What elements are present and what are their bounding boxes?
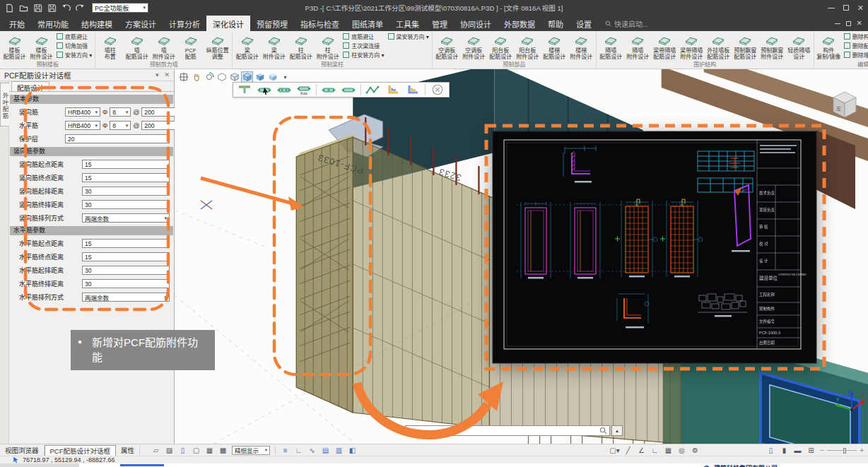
doc-minimize-button[interactable] [835,23,840,24]
flag-icon[interactable]: ◧ [346,445,358,455]
pan-icon[interactable] [190,71,202,83]
param-input[interactable] [82,187,170,196]
close-toolbar-icon[interactable] [428,83,447,96]
menu-tab[interactable]: 设置 [570,16,598,31]
ribbon-small-button[interactable]: 删除构件 [844,32,868,40]
single-view-icon[interactable]: ▮ [778,445,790,455]
ribbon-button[interactable]: 空调板附件设计 [461,32,487,61]
panel-close-icon[interactable]: ✕ [164,71,170,78]
zoom-extents-icon[interactable] [177,71,189,83]
ribbon-button[interactable]: 楼梯配筋设计 [541,32,568,61]
corner-rebar-icon[interactable] [384,83,402,96]
ribbon-button[interactable]: 隔墙附件设计 [625,32,651,61]
texture-view-icon[interactable]: ▩ [217,445,229,455]
ribbon-button[interactable]: 轻质隔墙设计 [786,32,812,61]
diameter-select[interactable]: 8▾ [110,107,131,117]
annotate-icon[interactable]: ∿ [306,445,318,455]
wireframe-view-icon[interactable]: ▱ [150,445,162,455]
hidden-line-cube-icon[interactable] [228,71,240,83]
grade-select[interactable]: HRB400▾ [65,107,100,117]
rebar-end-tool-icon[interactable] [339,83,358,96]
ribbon-button[interactable]: 隔墙配筋设计 [598,32,624,61]
quick-launch[interactable]: 快速启动... [598,16,648,31]
view-cube[interactable]: 左 [831,90,859,120]
ribbon-button[interactable]: 楼板配筋设计 [1,32,28,61]
ribbon-button[interactable]: 预制飘窗附件设计 [759,32,785,61]
zoom-out-icon[interactable]: − [820,447,824,454]
undo-icon[interactable] [61,3,71,13]
save-icon[interactable] [33,3,43,13]
ribbon-button[interactable]: 外挂墙板配筋设计 [705,32,732,61]
menu-tab[interactable]: 图纸清单 [346,16,389,31]
ribbon-button[interactable]: 墙附件设计 [151,32,177,61]
zoom-in-icon[interactable]: + [860,447,864,454]
menu-tab[interactable]: 计算分析 [163,16,206,31]
realistic-cube-icon[interactable] [266,71,278,83]
doc-close-button[interactable]: ✕ [857,20,862,27]
menu-tab[interactable]: 结构建模 [75,16,119,31]
panel-menu-icon[interactable]: ▾ [156,71,159,78]
ribbon-button[interactable]: PCF配筋 [177,32,204,61]
zoom-slider-thumb[interactable] [843,448,846,454]
ribbon-button[interactable]: 柱附件设计 [315,32,341,61]
menu-tab[interactable]: 协同设计 [454,16,498,31]
menu-tab[interactable]: 指标与检查 [294,16,346,31]
diameter-select[interactable]: 8▾ [110,121,131,130]
ribbon-small-button[interactable]: 删除埋件 [844,51,868,59]
param-input[interactable] [82,160,170,169]
shaded-edges-cube-icon[interactable] [254,71,266,83]
ribbon-button[interactable]: 楼梯附件设计 [568,32,594,61]
param-input[interactable] [82,239,170,248]
doc-restore-button[interactable] [846,21,851,26]
settings-gear-icon[interactable]: ⚙ [689,445,701,455]
ribbon-button[interactable]: 空调板配筋设计 [434,32,460,61]
command-expand-button[interactable]: ▲ [611,425,623,436]
rebar-auto-tool-icon[interactable]: Auto [295,83,313,96]
param-input[interactable] [82,266,170,275]
viewport-3d[interactable]: PCF-1033 3233 -3233 ▾ Aut [175,69,868,444]
layers-icon[interactable]: ▥ [333,445,345,455]
ribbon-small-button[interactable]: 主次梁连接 [343,42,384,49]
minimize-button[interactable] [828,8,835,8]
dock-tab[interactable]: 属性 [116,445,140,456]
save-all-icon[interactable] [47,3,57,13]
document-type-combo[interactable]: PC全功能板▾ [92,3,148,13]
perp-snap-icon[interactable]: ∟ [649,445,661,455]
restore-button[interactable] [843,5,849,11]
side-tab-outer-leaf[interactable]: 外叶配筋 [0,83,9,126]
ribbon-button[interactable]: 预制飘窗配筋设计 [732,32,758,61]
orbit-icon[interactable] [203,71,215,83]
ribbon-button[interactable]: 纵筋位置调整 [204,32,230,61]
corner-rebar-alt-icon[interactable] [404,83,422,96]
ribbon-small-button[interactable]: 切角加强 [57,42,92,49]
ribbon-button[interactable]: 梁配筋设计 [234,32,260,61]
horizontal-mode-select[interactable]: 两端余数▾ [82,292,170,302]
close-button[interactable]: ✕ [857,4,864,11]
param-input[interactable] [82,279,170,288]
tee-connection-icon[interactable] [235,83,254,96]
param-input[interactable] [82,200,170,209]
command-input[interactable] [405,425,610,436]
ribbon-button[interactable]: 楼板附件设计 [28,32,54,61]
measure-icon[interactable]: ≡ [279,445,291,455]
ribbon-button[interactable]: 梁带隔墙附件设计 [679,32,705,61]
ribbon-button[interactable]: 墙柱布置 [97,32,123,61]
cover-input[interactable] [65,134,170,143]
zoom-slider[interactable]: − + [820,447,864,454]
osnap-cube-icon[interactable]: ▢▾ [609,445,621,455]
menu-tab[interactable]: 深化设计 [206,16,250,31]
ribbon-button[interactable]: 阳台板附件设计 [515,32,541,61]
tile-views-icon[interactable]: ⊞ [805,445,817,455]
column-view-icon[interactable]: ▯ [177,445,189,455]
grade-select[interactable]: HRB400▾ [65,121,100,130]
rebar-segment-tool-icon[interactable] [275,83,293,96]
view-more-chevron-icon[interactable]: ▾ [279,71,291,83]
open-file-icon[interactable] [18,3,29,13]
menu-tab[interactable]: 帮助 [541,16,570,31]
angle-snap-icon[interactable]: ∠ [635,445,647,455]
ribbon-small-button[interactable]: 底筋避让 [343,32,384,40]
line-snap-icon[interactable]: ╱ [622,445,634,455]
rebar-span-tool-icon[interactable] [255,83,274,96]
polyline-rebar-icon[interactable] [364,83,382,96]
new-file-icon[interactable] [4,3,15,13]
